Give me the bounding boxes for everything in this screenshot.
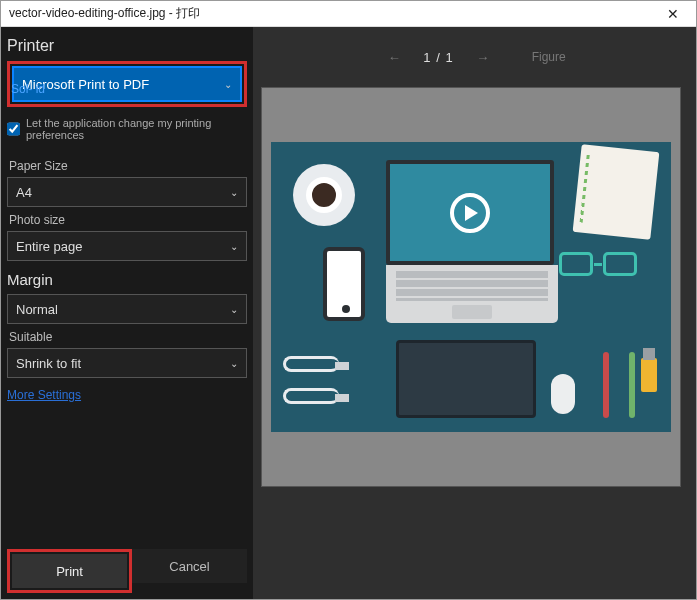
paper-size-label: Paper Size [9, 159, 247, 173]
window-title: vector-video-editing-office.jpg - 打印 [9, 5, 658, 22]
chevron-down-icon: ⌄ [230, 187, 238, 198]
cancel-button[interactable]: Cancel [132, 549, 247, 583]
prev-page-icon[interactable]: ← [383, 46, 405, 68]
printer-select[interactable]: Microsoft Print to PDF ⌄ [12, 66, 242, 102]
preview-image [271, 142, 671, 432]
green-pen-icon [629, 352, 635, 418]
page-total: 1 [445, 50, 453, 65]
action-bar: Print Cancel [7, 549, 247, 593]
cable-icon [283, 356, 339, 372]
coffee-cup-icon [293, 164, 355, 226]
next-page-icon[interactable]: → [472, 46, 494, 68]
notebook-icon [572, 144, 659, 240]
photo-size-label: Photo size [9, 213, 247, 227]
preview-panel: ← 1 / 1 → Figure [253, 27, 696, 599]
glasses-icon [559, 252, 647, 280]
margin-heading: Margin [7, 271, 247, 288]
print-highlight-box: Print [7, 549, 132, 593]
cable-icon [283, 388, 339, 404]
suitable-label: Suitable [9, 330, 247, 344]
laptop-icon [386, 160, 556, 320]
titlebar: vector-video-editing-office.jpg - 打印 ✕ [1, 1, 696, 27]
photo-size-select[interactable]: Entire page ⌄ [7, 231, 247, 261]
printer-select-value: Microsoft Print to PDF [22, 77, 149, 92]
chevron-down-icon: ⌄ [224, 79, 232, 90]
chevron-down-icon: ⌄ [230, 358, 238, 369]
page-current: 1 [423, 50, 431, 65]
preview-nav: ← 1 / 1 → Figure [253, 27, 696, 87]
page-sep: / [436, 50, 441, 65]
suitable-value: Shrink to fit [16, 356, 81, 371]
allow-change-prefs-checkbox[interactable] [7, 122, 20, 136]
page-indicator: 1 / 1 [423, 50, 453, 65]
print-button[interactable]: Print [12, 554, 127, 588]
tablet-icon [396, 340, 536, 418]
paper-size-value: A4 [16, 185, 32, 200]
red-pen-icon [603, 352, 609, 418]
suitable-select[interactable]: Shrink to fit ⌄ [7, 348, 247, 378]
chevron-down-icon: ⌄ [230, 304, 238, 315]
print-dialog: vector-video-editing-office.jpg - 打印 ✕ P… [0, 0, 697, 600]
dialog-body: Printer Sol- id Microsoft Print to PDF ⌄… [1, 27, 696, 599]
margin-select[interactable]: Normal ⌄ [7, 294, 247, 324]
print-page [261, 87, 681, 487]
more-settings-link[interactable]: More Settings [7, 388, 247, 402]
usb-icon [641, 358, 657, 392]
preview-body [253, 87, 696, 599]
printer-heading: Printer [7, 37, 247, 55]
photo-size-value: Entire page [16, 239, 83, 254]
printer-highlight-box: Microsoft Print to PDF ⌄ [7, 61, 247, 107]
figure-label: Figure [532, 50, 566, 64]
close-icon[interactable]: ✕ [658, 6, 688, 22]
paper-size-select[interactable]: A4 ⌄ [7, 177, 247, 207]
play-icon [450, 193, 490, 233]
margin-value: Normal [16, 302, 58, 317]
allow-change-prefs-row[interactable]: Let the application change my printing p… [7, 117, 247, 141]
print-settings-panel: Printer Sol- id Microsoft Print to PDF ⌄… [1, 27, 253, 599]
phone-icon [323, 247, 365, 321]
allow-change-prefs-label: Let the application change my printing p… [26, 117, 247, 141]
mouse-icon [551, 374, 575, 414]
chevron-down-icon: ⌄ [230, 241, 238, 252]
